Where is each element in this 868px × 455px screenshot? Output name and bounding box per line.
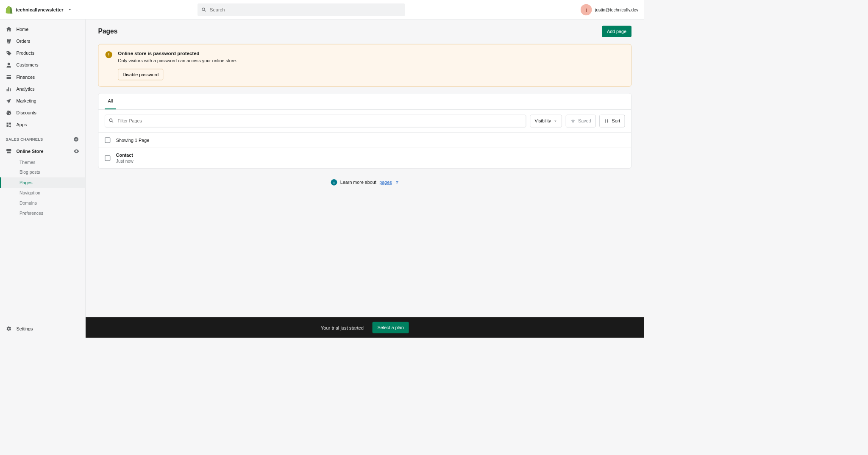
nav-customers[interactable]: Customers <box>0 59 85 71</box>
nav-finances[interactable]: Finances <box>0 71 85 83</box>
learn-more: i Learn more about pages <box>98 169 632 196</box>
password-banner: ! Online store is password protected Onl… <box>98 44 632 87</box>
nav-orders[interactable]: Orders <box>0 35 85 47</box>
shopify-logo-icon <box>6 6 12 14</box>
disable-password-button[interactable]: Disable password <box>118 69 163 80</box>
nav-discounts[interactable]: Discounts <box>0 107 85 119</box>
tab-all[interactable]: All <box>105 93 116 109</box>
star-icon <box>570 119 576 124</box>
row-subtitle: Just now <box>116 158 134 164</box>
discounts-icon <box>6 110 12 116</box>
gear-icon <box>6 326 12 332</box>
search-icon <box>201 7 207 12</box>
banner-body: Only visitors with a password can access… <box>118 58 237 63</box>
external-link-icon <box>395 180 399 184</box>
nav-themes[interactable]: Themes <box>0 157 85 167</box>
page-row[interactable]: Contact Just now <box>98 148 631 168</box>
section-sales-channels: SALES CHANNELS <box>0 131 85 145</box>
nav-home[interactable]: Home <box>0 23 85 35</box>
orders-icon <box>6 38 12 44</box>
filter-input[interactable] <box>105 115 526 128</box>
eye-icon[interactable] <box>73 148 80 154</box>
nav-settings[interactable]: Settings <box>0 323 85 338</box>
learn-more-link[interactable]: pages <box>379 180 392 185</box>
add-page-button[interactable]: Add page <box>602 26 632 37</box>
store-switcher[interactable]: technicallynewsletter <box>6 6 72 14</box>
nav-navigation[interactable]: Navigation <box>0 188 85 198</box>
sidebar: Home Orders Products Customers Finances … <box>0 19 86 338</box>
nav-products[interactable]: Products <box>0 47 85 59</box>
global-search[interactable] <box>198 3 405 16</box>
info-icon: i <box>331 179 337 186</box>
store-icon <box>6 148 12 154</box>
select-all-checkbox[interactable] <box>105 137 110 143</box>
nav-domains[interactable]: Domains <box>0 198 85 208</box>
warning-icon: ! <box>106 51 112 58</box>
sort-button[interactable]: Sort <box>600 115 625 128</box>
list-summary: Showing 1 Page <box>116 138 149 143</box>
nav-blog-posts[interactable]: Blog posts <box>0 167 85 178</box>
main-content: Pages Add page ! Online store is passwor… <box>86 19 644 338</box>
visibility-filter[interactable]: Visibility <box>530 115 562 128</box>
banner-title: Online store is password protected <box>118 50 237 56</box>
user-email: justin@technically.dev <box>595 7 638 12</box>
filter-pages[interactable] <box>105 115 526 128</box>
page-title: Pages <box>98 28 118 35</box>
nav-apps[interactable]: Apps <box>0 119 85 130</box>
analytics-icon <box>6 86 12 92</box>
learn-more-text: Learn more about <box>340 180 376 185</box>
chevron-down-icon <box>554 119 557 123</box>
trial-text: Your trial just started <box>321 325 364 330</box>
select-plan-button[interactable]: Select a plan <box>373 322 409 333</box>
list-summary-row: Showing 1 Page <box>98 132 631 147</box>
add-channel-icon[interactable] <box>73 136 79 142</box>
trial-bar: Your trial just started Select a plan <box>86 317 644 337</box>
row-checkbox[interactable] <box>105 155 110 161</box>
row-title: Contact <box>116 153 134 158</box>
account-menu[interactable]: j justin@technically.dev <box>581 4 638 15</box>
finances-icon <box>6 74 12 80</box>
tabs: All <box>98 93 631 110</box>
nav-pages[interactable]: Pages <box>0 177 85 188</box>
search-icon <box>108 118 114 123</box>
avatar: j <box>581 4 592 15</box>
saved-filter[interactable]: Saved <box>566 115 596 128</box>
sort-icon <box>604 119 609 124</box>
home-icon <box>6 26 12 33</box>
products-icon <box>6 50 12 56</box>
marketing-icon <box>6 98 12 104</box>
apps-icon <box>6 122 12 128</box>
store-name: technicallynewsletter <box>16 7 64 12</box>
pages-card: All Visibility Saved <box>98 93 632 169</box>
chevron-down-icon <box>68 8 72 11</box>
nav-online-store[interactable]: Online Store <box>0 145 85 157</box>
top-bar: technicallynewsletter j justin@technical… <box>0 0 644 19</box>
nav-preferences[interactable]: Preferences <box>0 208 85 218</box>
nav-marketing[interactable]: Marketing <box>0 95 85 107</box>
nav-analytics[interactable]: Analytics <box>0 83 85 95</box>
customers-icon <box>6 62 12 68</box>
search-input[interactable] <box>210 7 401 12</box>
